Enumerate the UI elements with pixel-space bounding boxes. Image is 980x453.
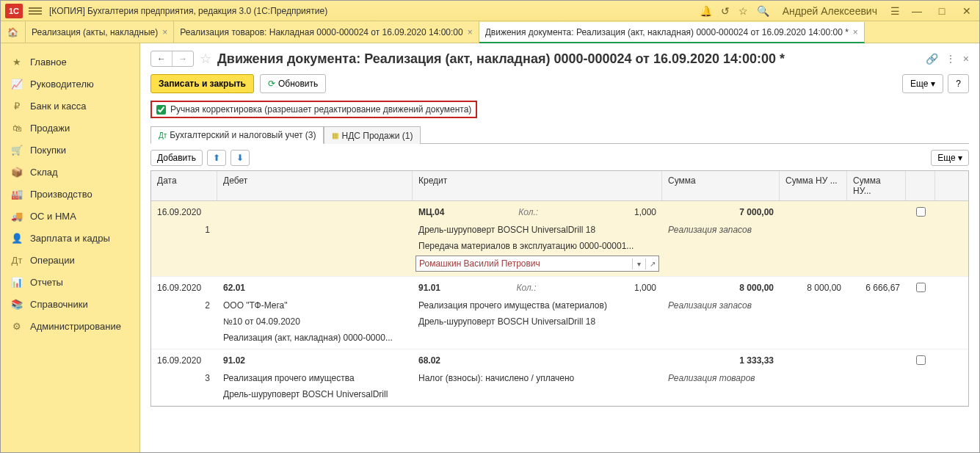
cell-rownum: 2 bbox=[151, 297, 217, 314]
close-icon[interactable]: × bbox=[853, 27, 858, 37]
more-icon[interactable]: ⋮ bbox=[945, 53, 956, 65]
tab-label: Бухгалтерский и налоговый учет (3) bbox=[170, 130, 316, 140]
close-icon[interactable]: × bbox=[468, 27, 473, 37]
col-debit[interactable]: Дебет bbox=[217, 171, 413, 200]
subkonto-edit-cell[interactable]: ▾ ↗ bbox=[415, 256, 659, 272]
add-row-button[interactable]: Добавить bbox=[150, 150, 203, 166]
cell-debit-acc: 91.02 bbox=[217, 352, 413, 370]
truck-icon: 🚚 bbox=[11, 210, 23, 222]
app-logo: 1C bbox=[5, 4, 23, 18]
sidebar-item-manager[interactable]: 📈Руководителю bbox=[1, 73, 139, 95]
content-pane: ← → ☆ Движения документа: Реализация (ак… bbox=[140, 43, 979, 452]
tab-label: Реализация товаров: Накладная 0000-00002… bbox=[180, 27, 462, 37]
sidebar-item-assets[interactable]: 🚚ОС и НМА bbox=[1, 205, 139, 227]
cell-checkbox[interactable] bbox=[906, 280, 935, 297]
sidebar-item-label: Администрирование bbox=[30, 321, 121, 332]
window-title: [КОПИЯ] Бухгалтерия предприятия, редакци… bbox=[49, 6, 700, 16]
save-close-button[interactable]: Записать и закрыть bbox=[150, 74, 254, 93]
sidebar-item-label: Операции bbox=[30, 255, 75, 266]
sidebar-item-bank[interactable]: ₽Банк и касса bbox=[1, 95, 139, 117]
cell-debit-acc bbox=[217, 204, 413, 222]
back-button[interactable]: ← bbox=[151, 51, 173, 66]
titlebar: 1C [КОПИЯ] Бухгалтерия предприятия, реда… bbox=[1, 1, 979, 21]
sidebar-item-directories[interactable]: 📚Справочники bbox=[1, 293, 139, 315]
cell-debit-desc bbox=[217, 238, 413, 254]
history-icon[interactable]: ↺ bbox=[721, 5, 730, 17]
sidebar-item-purchases[interactable]: 🛒Покупки bbox=[1, 139, 139, 161]
table-row[interactable]: 16.09.2020 62.01 91.01Кол.:1,000 8 000,0… bbox=[151, 277, 968, 349]
table-row[interactable]: 16.09.2020 МЦ.04Кол.:1,000 7 000,00 1 Др… bbox=[151, 201, 968, 277]
tab-movements[interactable]: Движения документа: Реализация (акт, нак… bbox=[479, 22, 865, 43]
close-button[interactable]: ✕ bbox=[959, 5, 975, 17]
tab-accounting[interactable]: ДтБухгалтерский и налоговый учет (3) bbox=[150, 126, 324, 144]
sidebar-item-label: Зарплата и кадры bbox=[30, 233, 110, 244]
tab-realizations-list[interactable]: Реализация (акты, накладные) × bbox=[26, 21, 174, 43]
hamburger-icon[interactable] bbox=[29, 6, 42, 16]
home-button[interactable]: 🏠 bbox=[1, 21, 26, 43]
row-checkbox[interactable] bbox=[916, 355, 926, 365]
link-icon[interactable]: 🔗 bbox=[926, 53, 938, 65]
help-button[interactable]: ? bbox=[948, 74, 969, 93]
more-button[interactable]: Еще ▾ bbox=[902, 74, 943, 93]
subkonto-input[interactable] bbox=[416, 256, 632, 271]
row-checkbox[interactable] bbox=[916, 207, 926, 217]
cell-sum-desc: Реализация запасов bbox=[662, 297, 780, 314]
cell-credit-desc bbox=[413, 330, 662, 346]
sidebar-item-label: Справочники bbox=[30, 299, 88, 310]
cell-credit-desc: Дрель-шуруповерт BOSCH UniversalDrill 18 bbox=[413, 314, 662, 330]
cell-sum-desc: Реализация товаров bbox=[662, 370, 780, 386]
manual-correction-checkbox[interactable] bbox=[156, 105, 166, 115]
sidebar-item-label: Склад bbox=[30, 167, 58, 178]
close-page-button[interactable]: × bbox=[963, 53, 969, 65]
search-icon[interactable]: 🔍 bbox=[757, 5, 769, 17]
sidebar-item-operations[interactable]: ДтОперации bbox=[1, 249, 139, 271]
sidebar-item-label: Производство bbox=[30, 189, 92, 200]
table-row[interactable]: 16.09.2020 91.02 68.02 1 333,33 3 Реализ… bbox=[151, 349, 968, 406]
star-icon[interactable]: ☆ bbox=[738, 5, 748, 17]
settings-icon[interactable]: ☰ bbox=[890, 5, 900, 17]
sidebar-item-main[interactable]: ★Главное bbox=[1, 51, 139, 73]
user-name[interactable]: Андрей Алексеевич bbox=[783, 5, 877, 17]
col-sum[interactable]: Сумма bbox=[662, 171, 780, 200]
bag-icon: 🛍 bbox=[11, 122, 23, 134]
forward-button[interactable]: → bbox=[173, 51, 193, 66]
col-credit[interactable]: Кредит bbox=[413, 171, 662, 200]
refresh-button[interactable]: ⟳Обновить bbox=[260, 74, 326, 93]
cell-checkbox[interactable] bbox=[906, 204, 935, 222]
minimize-button[interactable]: — bbox=[909, 5, 925, 17]
table-more-button[interactable]: Еще ▾ bbox=[931, 150, 969, 166]
refresh-label: Обновить bbox=[278, 79, 318, 89]
page-title: Движения документа: Реализация (акт, нак… bbox=[217, 51, 920, 67]
sidebar-item-label: Руководителю bbox=[30, 79, 94, 90]
maximize-button[interactable]: □ bbox=[934, 5, 950, 17]
dropdown-button[interactable]: ▾ bbox=[632, 258, 645, 269]
move-up-button[interactable]: ⬆ bbox=[207, 150, 226, 166]
journal-icon: Дт bbox=[11, 254, 23, 266]
refresh-icon: ⟳ bbox=[268, 79, 275, 89]
sidebar-item-warehouse[interactable]: 📦Склад bbox=[1, 161, 139, 183]
sidebar-item-admin[interactable]: ⚙Администрирование bbox=[1, 315, 139, 337]
book-icon: 📚 bbox=[11, 298, 23, 310]
col-date[interactable]: Дата bbox=[151, 171, 217, 200]
close-icon[interactable]: × bbox=[162, 27, 167, 37]
sidebar-item-sales[interactable]: 🛍Продажи bbox=[1, 117, 139, 139]
manual-correction-label: Ручная корректировка (разрешает редактир… bbox=[170, 104, 471, 115]
sidebar-item-production[interactable]: 🏭Производство bbox=[1, 183, 139, 205]
tab-vat-sales[interactable]: ▦НДС Продажи (1) bbox=[324, 126, 421, 144]
move-down-button[interactable]: ⬇ bbox=[231, 150, 250, 166]
open-button[interactable]: ↗ bbox=[645, 258, 658, 269]
favorite-star-icon[interactable]: ☆ bbox=[200, 51, 211, 67]
tab-invoice[interactable]: Реализация товаров: Накладная 0000-00002… bbox=[174, 21, 479, 43]
ruble-icon: ₽ bbox=[11, 100, 23, 112]
col-sumnu1[interactable]: Сумма НУ ... bbox=[780, 171, 847, 200]
sidebar-item-salary[interactable]: 👤Зарплата и кадры bbox=[1, 227, 139, 249]
col-sumnu2[interactable]: Сумма НУ... bbox=[847, 171, 906, 200]
cell-rownum bbox=[151, 330, 217, 346]
nav-buttons: ← → bbox=[150, 51, 194, 67]
row-checkbox[interactable] bbox=[916, 283, 926, 292]
cell-checkbox[interactable] bbox=[906, 352, 935, 370]
bell-icon[interactable]: 🔔 bbox=[700, 5, 712, 17]
cell-rownum bbox=[151, 314, 217, 330]
cell-debit-desc bbox=[217, 222, 413, 238]
sidebar-item-reports[interactable]: 📊Отчеты bbox=[1, 271, 139, 293]
